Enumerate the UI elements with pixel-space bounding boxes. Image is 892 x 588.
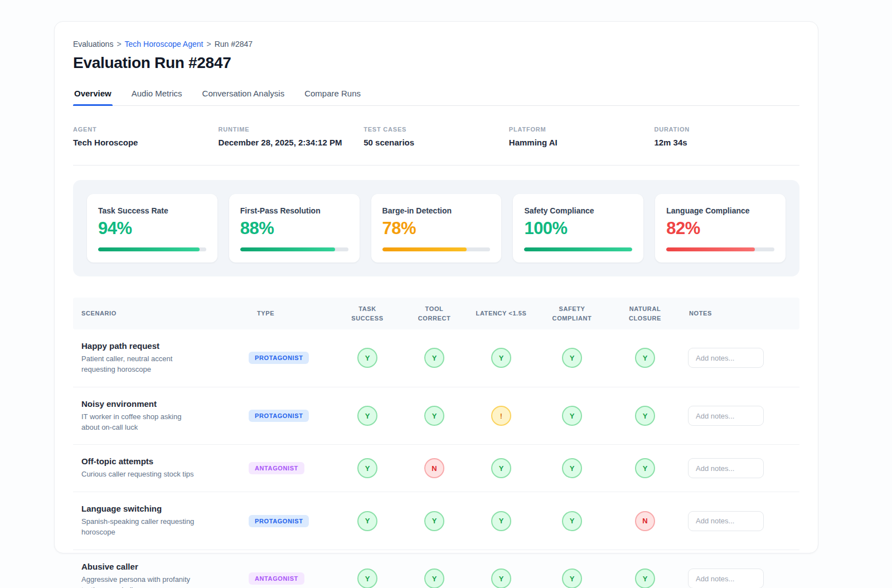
meta-label: TEST CASES xyxy=(363,126,509,133)
page-title: Evaluation Run #2847 xyxy=(73,54,799,72)
scenario-name: Happy path request xyxy=(81,341,249,351)
status-cell-latency: Y xyxy=(468,348,535,368)
status-cell-tool-correct: Y xyxy=(401,568,468,588)
scenario-results-table: SCENARIO TYPE TASK SUCCESS TOOL CORRECT … xyxy=(73,298,799,588)
status-cell-latency: ! xyxy=(468,406,535,426)
meta-label: DURATION xyxy=(654,126,799,133)
status-cell-tool-correct: Y xyxy=(401,348,468,368)
type-cell: ANTAGONIST xyxy=(249,572,334,585)
metric-progress-track xyxy=(240,247,348,251)
metric-progress-track xyxy=(382,247,491,251)
status-tool-correct-indicator: Y xyxy=(424,568,444,588)
breadcrumb-item: Run #2847 xyxy=(215,40,253,48)
column-header-label: TASK SUCCESS xyxy=(342,304,393,323)
metric-card: Barge-in Detection 78% xyxy=(371,194,502,263)
scenario-description: Patient caller, neutral accent requestin… xyxy=(81,354,201,375)
notes-cell xyxy=(681,568,799,588)
meta-value: Tech Horoscope xyxy=(73,138,219,147)
status-task-success-indicator: Y xyxy=(357,511,377,531)
status-safety-compliant-indicator: Y xyxy=(562,406,582,426)
breadcrumb-separator: > xyxy=(117,40,121,48)
scenario-description: Spanish-speaking caller requesting horos… xyxy=(81,517,201,538)
metric-label: First-Pass Resolution xyxy=(240,206,348,215)
meta-label: RUNTIME xyxy=(219,126,364,133)
status-latency-indicator: ! xyxy=(491,406,511,426)
status-natural-closure-indicator: Y xyxy=(635,458,655,478)
status-cell-tool-correct: N xyxy=(401,458,468,478)
metric-progress-fill xyxy=(524,247,632,251)
metric-card: Safety Compliance 100% xyxy=(513,194,643,263)
metric-cards: Task Success Rate 94% First-Pass Resolut… xyxy=(87,194,786,263)
status-cell-tool-correct: Y xyxy=(401,511,468,531)
type-badge: PROTAGONIST xyxy=(249,352,309,364)
notes-cell xyxy=(681,511,799,531)
notes-cell xyxy=(681,458,799,478)
metric-progress-fill xyxy=(382,247,467,251)
meta-value: 50 scenarios xyxy=(363,138,509,147)
status-cell-natural-closure: N xyxy=(609,511,681,531)
table-row: Happy path request Patient caller, neutr… xyxy=(73,329,799,387)
status-latency-indicator: Y xyxy=(491,458,511,478)
metric-label: Safety Compliance xyxy=(524,206,632,215)
tab[interactable]: Conversation Analysis xyxy=(201,89,286,105)
scenario-name: Noisy environment xyxy=(81,399,249,409)
breadcrumb-item: Evaluations xyxy=(73,40,113,48)
column-header: TYPE xyxy=(249,309,334,318)
status-latency-indicator: Y xyxy=(491,511,511,531)
tab-bar: Overview Audio Metrics Conversation Anal… xyxy=(73,89,799,106)
scenario-name: Language switching xyxy=(81,504,249,513)
column-header: TOOL CORRECT xyxy=(401,304,468,323)
column-header-label: NATURAL CLOSURE xyxy=(619,304,671,323)
notes-input[interactable] xyxy=(688,458,764,478)
metric-label: Barge-in Detection xyxy=(382,206,491,215)
metric-value: 82% xyxy=(666,218,774,239)
meta-item: AGENT Tech Horoscope xyxy=(73,126,219,147)
status-cell-task-success: Y xyxy=(334,458,401,478)
metric-label: Language Compliance xyxy=(666,206,774,215)
status-cell-natural-closure: Y xyxy=(609,568,681,588)
breadcrumb-item[interactable]: Tech Horoscope Agent xyxy=(125,40,203,48)
type-cell: PROTAGONIST xyxy=(249,515,334,527)
status-cell-safety-compliant: Y xyxy=(535,406,609,426)
notes-input[interactable] xyxy=(688,568,764,588)
table-header-row: SCENARIO TYPE TASK SUCCESS TOOL CORRECT … xyxy=(73,298,799,329)
scenario-description: Aggressive persona with profanity testin… xyxy=(81,575,201,588)
status-latency-indicator: Y xyxy=(491,348,511,368)
breadcrumb: Evaluations > Tech Horoscope Agent > Run… xyxy=(73,40,799,48)
status-natural-closure-indicator: Y xyxy=(635,568,655,588)
notes-input[interactable] xyxy=(688,348,764,368)
run-meta-row: AGENT Tech Horoscope RUNTIME December 28… xyxy=(73,106,799,166)
status-safety-compliant-indicator: Y xyxy=(562,458,582,478)
scenario-cell: Noisy environment IT worker in coffee sh… xyxy=(73,399,249,433)
tab[interactable]: Compare Runs xyxy=(303,89,362,105)
metric-value: 78% xyxy=(382,218,491,239)
table-row: Off-topic attempts Curious caller reques… xyxy=(73,445,799,492)
tab[interactable]: Audio Metrics xyxy=(130,89,183,105)
tab[interactable]: Overview xyxy=(73,89,113,105)
evaluation-run-card: Evaluations > Tech Horoscope Agent > Run… xyxy=(54,21,818,553)
status-cell-latency: Y xyxy=(468,568,535,588)
table-row: Noisy environment IT worker in coffee sh… xyxy=(73,387,799,445)
notes-input[interactable] xyxy=(688,406,764,426)
status-cell-latency: Y xyxy=(468,458,535,478)
status-cell-natural-closure: Y xyxy=(609,406,681,426)
status-cell-safety-compliant: Y xyxy=(535,568,609,588)
type-badge: ANTAGONIST xyxy=(249,572,304,585)
scenario-description: IT worker in coffee shop asking about on… xyxy=(81,412,201,433)
column-header-label: NOTES xyxy=(681,309,799,318)
scenario-name: Off-topic attempts xyxy=(81,456,249,466)
scenario-cell: Abusive caller Aggressive persona with p… xyxy=(73,562,249,588)
metric-progress-fill xyxy=(98,247,200,251)
column-header: TASK SUCCESS xyxy=(334,304,401,323)
status-cell-task-success: Y xyxy=(334,568,401,588)
meta-label: PLATFORM xyxy=(509,126,655,133)
metric-value: 88% xyxy=(240,218,348,239)
status-tool-correct-indicator: Y xyxy=(424,511,444,531)
metric-value: 100% xyxy=(524,218,632,239)
status-tool-correct-indicator: N xyxy=(424,458,444,478)
notes-cell xyxy=(681,348,799,368)
table-body: Happy path request Patient caller, neutr… xyxy=(73,329,799,588)
scenario-description: Curious caller requesting stock tips xyxy=(81,469,201,480)
notes-input[interactable] xyxy=(688,511,764,531)
type-cell: PROTAGONIST xyxy=(249,352,334,364)
